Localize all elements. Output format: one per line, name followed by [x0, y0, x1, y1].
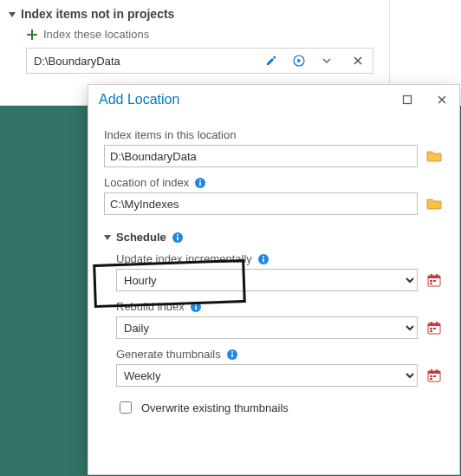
svg-rect-32	[428, 371, 440, 374]
thumbnails-schedule-button[interactable]	[425, 366, 444, 385]
dialog-title: Add Location	[99, 92, 390, 108]
schedule-header[interactable]: Schedule	[104, 231, 444, 244]
svg-rect-27	[430, 330, 432, 332]
thumbnails-label: Generate thumbnails	[116, 348, 444, 361]
update-schedule-button[interactable]	[425, 271, 444, 290]
svg-rect-6	[177, 237, 179, 240]
update-label: Update index incrementally	[116, 252, 444, 265]
svg-rect-19	[195, 306, 197, 310]
info-icon[interactable]	[172, 231, 184, 244]
svg-rect-17	[430, 283, 432, 284]
svg-point-4	[199, 179, 201, 181]
rebuild-label: Rebuild index	[116, 300, 444, 313]
svg-point-10	[263, 256, 264, 258]
edit-button[interactable]	[262, 51, 281, 70]
svg-rect-16	[433, 280, 436, 282]
svg-rect-37	[430, 378, 432, 380]
chevron-down-icon	[104, 235, 111, 240]
svg-rect-34	[436, 369, 438, 372]
svg-rect-29	[231, 354, 233, 357]
close-button[interactable]	[425, 85, 459, 114]
info-icon[interactable]	[190, 301, 202, 313]
add-location-dialog: Add Location Index items in this locatio…	[88, 84, 460, 475]
svg-rect-15	[430, 280, 432, 282]
update-frequency-select[interactable]: Hourly	[116, 269, 418, 291]
index-location-label: Location of index	[104, 176, 444, 189]
chevron-down-icon	[9, 12, 16, 17]
chevron-down-icon[interactable]	[317, 51, 336, 70]
svg-rect-25	[430, 328, 432, 329]
info-icon[interactable]	[226, 349, 238, 361]
panel-title: Index items not in projects	[21, 7, 174, 21]
location-path: D:\BoundaryData	[34, 55, 256, 68]
rebuild-frequency-select[interactable]: Daily	[116, 316, 418, 339]
schedule-header-label: Schedule	[116, 231, 166, 244]
browse-index-button[interactable]	[425, 194, 444, 213]
overwrite-thumbnails-label: Overwrite existing thumbnails	[141, 401, 289, 414]
info-icon[interactable]	[257, 253, 269, 265]
svg-rect-14	[436, 274, 438, 277]
dialog-titlebar: Add Location	[88, 85, 459, 114]
info-icon[interactable]	[194, 177, 206, 189]
maximize-button[interactable]	[390, 85, 425, 114]
items-location-label: Index items in this location	[104, 128, 444, 141]
panel-header[interactable]: Index items not in projects	[9, 7, 380, 21]
index-location-input[interactable]	[104, 192, 418, 215]
svg-point-7	[177, 234, 179, 236]
svg-rect-12	[428, 276, 440, 278]
browse-items-button[interactable]	[425, 147, 444, 166]
add-location-label: Index these locations	[43, 28, 149, 41]
svg-rect-36	[433, 375, 436, 377]
location-entry: D:\BoundaryData	[26, 48, 373, 74]
svg-point-20	[195, 303, 197, 305]
items-location-input[interactable]	[104, 145, 418, 167]
run-button[interactable]	[286, 51, 312, 70]
svg-rect-22	[428, 323, 440, 326]
svg-rect-9	[263, 258, 264, 262]
svg-rect-23	[431, 322, 432, 324]
overwrite-thumbnails-row[interactable]: Overwrite existing thumbnails	[116, 399, 444, 416]
svg-rect-3	[199, 182, 201, 186]
rebuild-schedule-button[interactable]	[425, 318, 444, 337]
remove-button[interactable]	[348, 51, 367, 70]
svg-rect-26	[433, 328, 436, 329]
svg-rect-1	[404, 96, 412, 104]
thumbnails-frequency-select[interactable]: Weekly	[116, 364, 418, 387]
overwrite-thumbnails-checkbox[interactable]	[120, 401, 132, 414]
add-location-row[interactable]: Index these locations	[26, 28, 380, 41]
plus-icon	[26, 29, 38, 41]
svg-rect-33	[431, 369, 432, 372]
svg-rect-24	[436, 322, 438, 324]
svg-rect-35	[430, 375, 432, 377]
svg-rect-13	[431, 274, 432, 277]
dialog-body: Index items in this location Location of…	[88, 114, 459, 416]
svg-point-30	[231, 351, 233, 353]
